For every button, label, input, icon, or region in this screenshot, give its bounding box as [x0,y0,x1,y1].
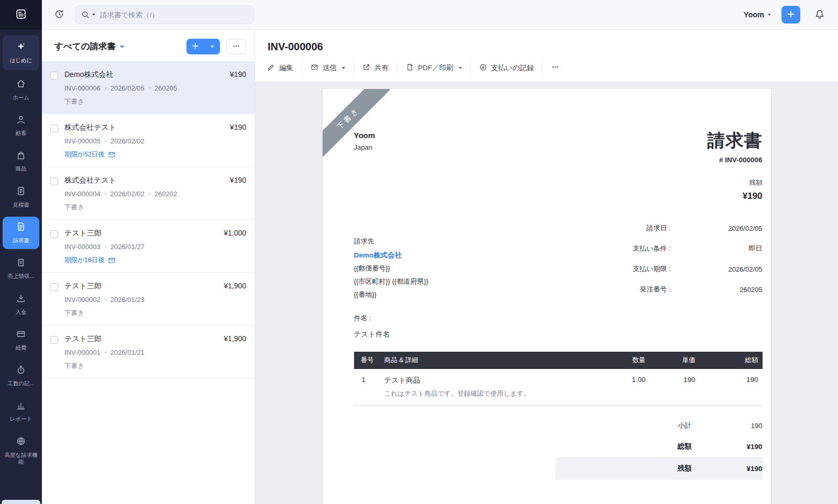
recent-history-button[interactable] [50,6,68,24]
sidebar-item-time-tracking[interactable]: 工数の記... [3,360,39,392]
invoice-list-item[interactable]: テスト三郎 ¥1,900 INV-000001 2026/01/21 下書き [42,326,255,378]
invoice-list-item[interactable]: 株式会社テスト ¥190 INV-000005 2026/02/02 期限が52… [42,114,255,167]
invoice-list-panel: すべての請求書 [42,30,255,504]
send-button[interactable]: 送信 [305,60,351,76]
item-name: テスト商品 [384,376,596,385]
edit-button[interactable]: 編集 [261,60,299,76]
sidebar-item-label: 入金 [16,309,27,316]
toolbar-separator [397,63,398,73]
status-badge: 期限が52日後 [64,150,105,159]
chevron-down-icon [768,14,771,16]
sidebar-item-advanced-billing[interactable]: 高度な請求機能 [3,431,39,471]
invoice-list-item[interactable]: テスト三郎 ¥1,000 INV-000003 2026/01/27 期限が16… [42,220,255,273]
dot-separator [105,140,106,142]
invoice-number: INV-000004 [64,190,101,198]
subtotal-row: 小計 190 [556,415,763,436]
quick-add-button[interactable] [781,6,800,24]
app-logo[interactable] [0,0,42,30]
customer-name: 株式会社テスト [64,176,116,185]
dot-separator [105,352,106,353]
search-input[interactable] [100,11,248,19]
customers-icon [16,115,26,127]
sidebar-item-payments-received[interactable]: 入金 [3,288,39,320]
topbar: Yoom [42,0,838,30]
estimates-icon [16,186,26,198]
meta-value: 即日 [671,244,763,253]
bell-icon [814,9,825,21]
item-description: これはテスト商品です。登録確認で使用します。 [384,389,596,398]
pdf-icon [406,63,414,73]
col-number: 番号 [354,352,380,369]
toolbar-separator [470,63,471,73]
invoice-date: 2026/02/02 [111,190,145,198]
sidebar-item-invoices[interactable]: 請求書 [3,217,39,249]
meta-label: 支払い条件 : [633,244,671,253]
meta-row: 支払い条件 : 即日 [543,244,763,253]
invoice-list-item[interactable]: Demo株式会社 ¥190 INV-000006 2026/02/05 2602… [42,61,255,114]
list-more-button[interactable] [226,39,246,54]
notifications-button[interactable] [811,6,829,24]
sidebar-item-sales-receipts[interactable]: 売上領収... [3,253,39,285]
share-icon [362,63,370,73]
cell-number: 1 [354,369,380,406]
invoice-list: Demo株式会社 ¥190 INV-000006 2026/02/05 2602… [42,61,255,504]
subject-value: テスト件名 [354,330,763,339]
meta-row: 発注番号 : 260205 [543,285,763,294]
bill-to-customer-link[interactable]: Demo株式会社 [354,251,428,260]
row-body: テスト三郎 ¥1,000 INV-000003 2026/01/27 期限が16… [64,229,246,265]
invoice-preview-area[interactable]: 下書き Yoom Japan 請求書 # INV-000006 残額 [255,82,838,504]
org-switcher[interactable]: Yoom [744,10,771,19]
sidebar-item-estimates[interactable]: 見積書 [3,181,39,213]
chevron-down-icon [459,67,462,69]
sidebar-item-reports[interactable]: レポート [3,396,39,428]
invoice-amount: ¥1,000 [224,229,246,238]
detail-more-button[interactable] [545,60,565,76]
new-invoice-dropdown-button[interactable] [204,39,220,54]
sidebar-item-items[interactable]: 商品 [3,145,39,177]
sidebar-item-expenses[interactable]: 経費 [3,324,39,356]
doc-title: 請求書 [708,131,763,150]
invoice-ref: 260205 [155,84,177,92]
meta-row: 請求日 : 2026/02/05 [543,223,763,233]
dot-separator [149,87,150,89]
plus-icon [191,42,200,52]
row-checkbox[interactable] [50,125,58,132]
list-header: すべての請求書 [42,30,255,61]
chevron-down-icon [211,46,214,48]
row-checkbox[interactable] [50,336,58,344]
global-search[interactable] [75,5,254,24]
reports-icon [16,400,26,413]
row-body: テスト三郎 ¥1,900 INV-000001 2026/01/21 下書き [64,334,246,371]
advanced-billing-icon [16,436,26,449]
row-checkbox[interactable] [50,177,58,185]
sidebar-item-customers[interactable]: 顧客 [3,110,39,142]
sidebar-item-label: 工数の記... [8,380,35,387]
invoice-number: INV-000006 [64,84,101,92]
total-label: 残額 [556,464,692,473]
more-icon [232,42,240,52]
bill-to-label: 請求先 [354,237,428,246]
toolbar-separator [302,63,302,73]
list-title-dropdown[interactable]: すべての請求書 [54,41,124,52]
sidebar-scroll-peek [2,500,40,504]
pdf-print-button[interactable]: PDF／印刷 [400,60,468,76]
invoice-date: 2026/02/02 [111,137,145,145]
row-checkbox[interactable] [50,283,58,291]
new-invoice-button[interactable] [186,39,204,54]
search-scope-chevron-icon[interactable] [92,14,95,16]
invoice-list-item[interactable]: 株式会社テスト ¥190 INV-000004 2026/02/02 26020… [42,167,255,220]
status-badge: 下書き [64,203,84,212]
dot-separator [105,193,106,195]
share-button[interactable]: 共有 [357,60,394,76]
row-checkbox[interactable] [50,230,58,238]
invoice-ref: 260202 [155,190,177,198]
sidebar-item-home[interactable]: ホーム [3,74,39,106]
invoice-list-item[interactable]: テスト三郎 ¥1,900 INV-000002 2026/01/23 下書き [42,273,255,326]
row-checkbox[interactable] [50,72,58,80]
sidebar-item-getting-started[interactable]: はじめに [3,35,39,70]
seller-country: Japan [354,143,376,151]
col-total: 総額 [700,352,763,369]
record-payment-button[interactable]: 支払いの記録 [473,60,540,76]
sidebar: はじめに ホーム 顧客 商品 見積書 請求書 売上領収... 入金 [0,0,42,504]
search-icon [81,10,90,19]
